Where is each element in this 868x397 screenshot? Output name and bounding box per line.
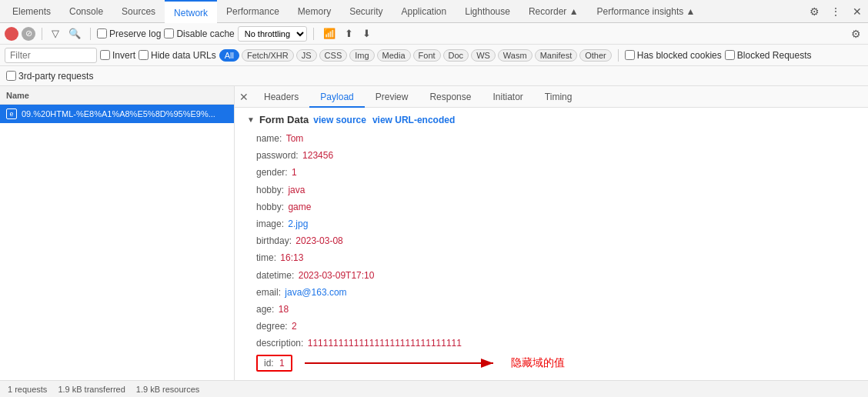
tab-recorder[interactable]: Recorder ▲: [519, 0, 588, 23]
detail-tab-payload[interactable]: Payload: [309, 86, 364, 108]
hide-data-urls-label[interactable]: Hide data URLs: [139, 50, 216, 61]
form-key-birthday: birthday:: [256, 234, 294, 249]
wifi-icon[interactable]: 📶: [320, 26, 339, 41]
form-key-gender: gender:: [256, 165, 290, 180]
form-row-datetime: datetime: 2023-03-09T17:10: [256, 269, 856, 283]
form-key-degree: degree:: [256, 319, 290, 334]
form-row-age: age: 18: [256, 302, 856, 317]
separator3: [313, 28, 314, 40]
close-icon[interactable]: ✕: [850, 4, 865, 19]
stop-recording-btn[interactable]: [5, 27, 18, 41]
request-item[interactable]: e 09.%20HTML-%E8%A1%A8%E5%8D%95%E9%...: [0, 105, 234, 123]
form-value-name: Tom: [286, 132, 304, 146]
preserve-log-text: Preserve log: [109, 28, 161, 39]
hide-data-urls-checkbox[interactable]: [139, 50, 149, 60]
blocked-requests-text: Blocked Requests: [737, 50, 812, 61]
has-blocked-cookies-label[interactable]: Has blocked cookies: [625, 50, 722, 61]
preserve-log-label[interactable]: Preserve log: [97, 28, 161, 39]
tab-sources[interactable]: Sources: [112, 0, 165, 23]
form-row-email: email: java@163.com: [256, 285, 856, 300]
form-row-birthday: birthday: 2023-03-08: [256, 234, 856, 249]
form-row-time: time: 16:13: [256, 251, 856, 265]
tab-security[interactable]: Security: [340, 0, 392, 23]
tab-application[interactable]: Application: [392, 0, 456, 23]
id-key: id:: [264, 358, 274, 369]
third-party-label[interactable]: 3rd-party requests: [6, 71, 93, 82]
chip-other[interactable]: Other: [579, 49, 612, 62]
detail-tab-response[interactable]: Response: [419, 86, 482, 108]
tab-elements[interactable]: Elements: [3, 0, 60, 23]
id-row: id: 1 隐藏域的值: [256, 354, 856, 372]
chip-js[interactable]: JS: [296, 49, 317, 62]
disable-cache-label[interactable]: Disable cache: [164, 28, 234, 39]
tab-memory[interactable]: Memory: [289, 0, 340, 23]
filter-icon[interactable]: ▽: [48, 26, 62, 41]
form-key-password: password:: [256, 148, 301, 163]
blocked-requests-checkbox[interactable]: [725, 50, 735, 60]
form-row-degree: degree: 2: [256, 319, 856, 334]
upload-icon[interactable]: ⬆: [342, 26, 356, 41]
form-value-description: 111111111111111111111111111111: [308, 336, 462, 351]
toolbar-settings-icon[interactable]: ⚙: [848, 26, 863, 42]
throttle-select[interactable]: No throttling: [238, 26, 307, 42]
has-blocked-cookies-checkbox[interactable]: [625, 50, 635, 60]
chip-media[interactable]: Media: [377, 49, 411, 62]
form-value-datetime: 2023-03-09T17:10: [299, 269, 375, 283]
preserve-log-checkbox[interactable]: [97, 28, 107, 38]
settings-icon[interactable]: ⚙: [806, 4, 822, 19]
chip-manifest[interactable]: Manifest: [535, 49, 578, 62]
chip-css[interactable]: CSS: [319, 49, 348, 62]
view-url-encoded-link[interactable]: view URL-encoded: [372, 115, 455, 125]
has-blocked-cookies-text: Has blocked cookies: [637, 50, 722, 61]
filter-toolbar: Invert Hide data URLs All Fetch/XHR JS C…: [0, 45, 868, 66]
devtools-tab-bar: Elements Console Sources Network Perform…: [0, 0, 868, 23]
form-key-hobby2: hobby:: [256, 200, 286, 215]
detail-tab-preview[interactable]: Preview: [365, 86, 419, 108]
detail-tab-timing[interactable]: Timing: [534, 86, 583, 108]
tab-network[interactable]: Network: [165, 0, 217, 23]
separator2: [90, 28, 91, 40]
third-party-checkbox[interactable]: [6, 71, 16, 81]
chip-doc[interactable]: Doc: [443, 49, 469, 62]
detail-tab-headers[interactable]: Headers: [253, 86, 309, 108]
toolbar1-right: ⚙: [848, 26, 863, 42]
filter-input[interactable]: [5, 48, 97, 63]
download-icon[interactable]: ⬇: [359, 26, 374, 41]
blocked-requests-label[interactable]: Blocked Requests: [725, 50, 812, 61]
tab-lighthouse[interactable]: Lighthouse: [456, 0, 519, 23]
close-detail-btn[interactable]: ✕: [235, 88, 253, 106]
chip-all[interactable]: All: [219, 49, 239, 62]
view-source-link[interactable]: view source: [313, 115, 366, 125]
form-value-degree: 2: [292, 319, 297, 334]
tab-performance-insights[interactable]: Performance insights ▲: [588, 0, 705, 23]
chip-wasm[interactable]: Wasm: [498, 49, 532, 62]
chip-fetch-xhr[interactable]: Fetch/XHR: [242, 49, 294, 62]
chip-img[interactable]: Img: [349, 49, 374, 62]
tab-performance[interactable]: Performance: [217, 0, 289, 23]
form-key-age: age:: [256, 302, 277, 317]
more-icon[interactable]: ⋮: [828, 4, 843, 19]
form-value-birthday: 2023-03-08: [295, 234, 342, 249]
chip-ws[interactable]: WS: [471, 49, 496, 62]
separator1: [42, 28, 42, 40]
filter-chips: All Fetch/XHR JS CSS Img Media Font Doc …: [219, 49, 612, 62]
form-row-gender: gender: 1: [256, 165, 856, 180]
search-icon[interactable]: 🔍: [65, 26, 84, 41]
clear-btn[interactable]: ⊘: [22, 27, 35, 41]
tab-console[interactable]: Console: [60, 0, 112, 23]
form-row-hobby2: hobby: game: [256, 200, 856, 215]
invert-checkbox[interactable]: [100, 50, 110, 60]
annotation-text: 隐藏域的值: [511, 356, 565, 370]
disable-cache-text: Disable cache: [176, 28, 234, 39]
chip-font[interactable]: Font: [413, 49, 441, 62]
requests-panel: Name e 09.%20HTML-%E8%A1%A8%E5%8D%95%E9%…: [0, 86, 235, 380]
form-value-password: 123456: [302, 148, 333, 163]
invert-label[interactable]: Invert: [100, 50, 135, 61]
tabs-right-controls: ⚙ ⋮ ✕: [806, 4, 865, 19]
request-doc-icon: e: [6, 108, 17, 119]
disable-cache-checkbox[interactable]: [164, 28, 174, 38]
form-value-time: 16:13: [280, 251, 303, 265]
form-key-email: email:: [256, 285, 283, 300]
detail-tab-initiator[interactable]: Initiator: [482, 86, 533, 108]
detail-content: ▼ Form Data view source view URL-encoded…: [235, 108, 868, 380]
